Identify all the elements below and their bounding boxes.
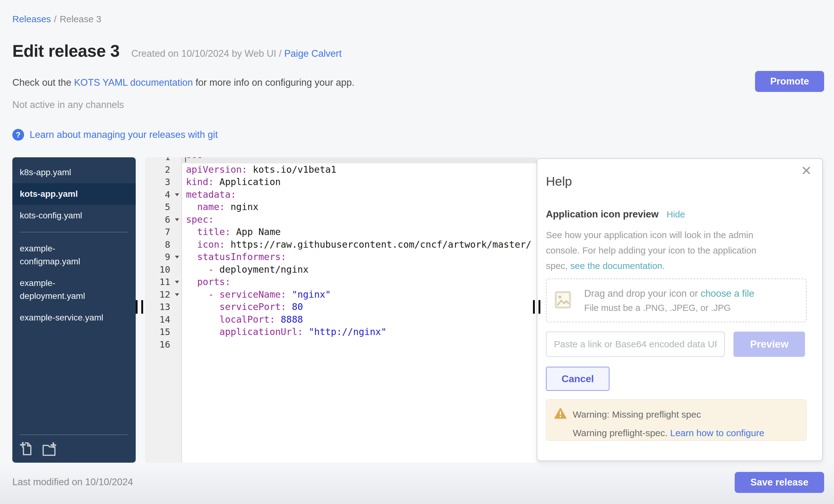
sidebar-file-kots-app.yaml[interactable]: kots-app.yaml	[12, 183, 136, 205]
code-content-1[interactable]: ---	[182, 157, 537, 163]
code-line-2[interactable]: 2apiVersion: kots.io/v1beta1	[145, 163, 537, 176]
breadcrumb-separator: /	[54, 14, 57, 24]
code-content-14[interactable]: localPort: 8888	[182, 313, 537, 326]
warning-triangle-icon	[554, 408, 567, 421]
created-author-link[interactable]: Paige Calvert	[284, 48, 342, 59]
breadcrumb-current: Release 3	[60, 14, 101, 24]
file-group-kots: k8s-app.yamlkots-app.yamlkots-config.yam…	[12, 162, 136, 226]
channel-status: Not active in any channels	[12, 99, 124, 110]
code-content-9[interactable]: statusInformers:	[182, 251, 537, 263]
doc-line-suffix: for more info on configuring your app.	[193, 77, 354, 88]
file-tree-sidebar: k8s-app.yamlkots-app.yamlkots-config.yam…	[12, 157, 136, 463]
code-line-13[interactable]: 13 servicePort: 80	[145, 301, 537, 313]
code-content-6[interactable]: spec:	[182, 214, 537, 226]
help-panel: ✕ Help Application icon preview Hide See…	[537, 158, 823, 461]
hide-section-link[interactable]: Hide	[666, 210, 685, 220]
code-content-10[interactable]: - deployment/nginx	[182, 263, 537, 276]
line-number-6[interactable]: 6	[145, 214, 182, 226]
last-modified-text: Last modified on 10/10/2024	[12, 477, 133, 488]
sidebar-resize-handle-bar-2[interactable]	[141, 300, 143, 314]
add-folder-icon[interactable]	[42, 442, 58, 456]
git-help-row: ? Learn about managing your releases wit…	[12, 129, 218, 141]
add-file-icon[interactable]	[20, 441, 34, 456]
line-number-9[interactable]: 9	[145, 251, 182, 263]
fold-arrow-icon[interactable]	[175, 293, 179, 296]
kots-yaml-doc-link[interactable]: KOTS YAML documentation	[74, 77, 193, 88]
help-resize-handle-bar-2[interactable]	[539, 300, 540, 314]
code-line-15[interactable]: 15 applicationUrl: "http://nginx"	[145, 326, 537, 338]
save-release-button[interactable]: Save release	[735, 472, 824, 493]
icon-dropzone[interactable]: Drag and drop your icon or choose a file…	[546, 279, 807, 322]
code-line-4[interactable]: 4metadata:	[145, 189, 537, 201]
preview-button[interactable]: Preview	[733, 332, 805, 357]
sidebar-resize-handle-bar-1[interactable]	[136, 300, 137, 314]
code-line-12[interactable]: 12 - serviceName: "nginx"	[145, 288, 537, 301]
code-line-8[interactable]: 8 icon: https://raw.githubusercontent.co…	[145, 238, 537, 251]
line-number-14: 14	[145, 313, 182, 326]
sidebar-file-example-configmap.yaml[interactable]: example-configmap.yaml	[12, 238, 136, 272]
fold-arrow-icon[interactable]	[175, 256, 179, 259]
dropzone-instruction: Drag and drop your icon or choose a file	[584, 288, 754, 299]
code-content-15[interactable]: applicationUrl: "http://nginx"	[182, 326, 537, 338]
code-line-5[interactable]: 5 name: nginx	[145, 201, 537, 214]
preflight-warning-box: Warning: Missing preflight spec Warning …	[546, 399, 807, 441]
line-number-5: 5	[145, 201, 182, 214]
choose-file-link[interactable]: choose a file	[700, 288, 754, 299]
text-cursor	[185, 157, 186, 162]
sidebar-file-kots-config.yaml[interactable]: kots-config.yaml	[12, 205, 136, 226]
code-line-10[interactable]: 10 - deployment/nginx	[145, 263, 537, 276]
promote-button[interactable]: Promote	[755, 71, 824, 92]
code-content-11[interactable]: ports:	[182, 276, 537, 288]
editor-rows: 1---2apiVersion: kots.io/v1beta13kind: A…	[145, 157, 537, 351]
code-content-7[interactable]: title: App Name	[182, 226, 537, 238]
yaml-code-editor[interactable]: 1---2apiVersion: kots.io/v1beta13kind: A…	[145, 157, 537, 463]
code-content-12[interactable]: - serviceName: "nginx"	[182, 288, 537, 301]
code-line-16[interactable]: 16	[145, 338, 537, 351]
help-panel-title: Help	[546, 174, 572, 189]
line-number-15: 15	[145, 326, 182, 338]
line-number-11[interactable]: 11	[145, 276, 182, 288]
file-group-divider	[20, 232, 128, 232]
see-documentation-link[interactable]: see the documentation	[570, 261, 662, 271]
title-row: Edit release 3 Created on 10/10/2024 by …	[12, 41, 342, 61]
image-placeholder-icon	[554, 291, 571, 310]
icon-preview-description-suffix: .	[662, 261, 665, 271]
code-content-4[interactable]: metadata:	[182, 189, 537, 201]
question-mark-icon: ?	[12, 129, 24, 141]
close-icon[interactable]: ✕	[801, 165, 812, 177]
fold-arrow-icon[interactable]	[175, 281, 179, 283]
code-content-3[interactable]: kind: Application	[182, 176, 537, 189]
git-releases-help-link[interactable]: Learn about managing your releases with …	[29, 129, 218, 140]
file-group-examples: example-configmap.yamlexample-deployment…	[12, 238, 136, 328]
breadcrumb-releases-link[interactable]: Releases	[12, 14, 51, 24]
help-resize-handle-bar-1[interactable]	[533, 300, 535, 314]
line-number-4[interactable]: 4	[145, 189, 182, 201]
code-line-11[interactable]: 11 ports:	[145, 276, 537, 288]
warning-title: Warning: Missing preflight spec	[573, 409, 701, 420]
sidebar-file-k8s-app.yaml[interactable]: k8s-app.yaml	[12, 162, 136, 183]
breadcrumb: Releases/Release 3	[12, 14, 102, 24]
code-content-2[interactable]: apiVersion: kots.io/v1beta1	[182, 163, 537, 176]
sidebar-file-example-service.yaml[interactable]: example-service.yaml	[12, 307, 136, 328]
sidebar-bottom-toolbar	[12, 435, 136, 463]
cancel-button[interactable]: Cancel	[546, 367, 610, 391]
line-number-12[interactable]: 12	[145, 288, 182, 301]
code-line-7[interactable]: 7 title: App Name	[145, 226, 537, 238]
code-content-8[interactable]: icon: https://raw.githubusercontent.com/…	[182, 238, 537, 251]
warning-detail: Warning preflight-spec. Learn how to con…	[573, 428, 798, 438]
code-content-5[interactable]: name: nginx	[182, 201, 537, 214]
line-number-2: 2	[145, 163, 182, 176]
code-line-6[interactable]: 6spec:	[145, 214, 537, 226]
code-line-14[interactable]: 14 localPort: 8888	[145, 313, 537, 326]
code-line-9[interactable]: 9 statusInformers:	[145, 251, 537, 263]
fold-arrow-icon[interactable]	[175, 218, 179, 221]
fold-arrow-icon[interactable]	[175, 193, 179, 196]
icon-url-input[interactable]	[546, 332, 725, 357]
code-line-1[interactable]: 1---	[145, 157, 537, 163]
code-line-3[interactable]: 3kind: Application	[145, 176, 537, 189]
learn-configure-link[interactable]: Learn how to configure	[670, 428, 764, 438]
line-number-7: 7	[145, 226, 182, 238]
code-content-16[interactable]	[182, 338, 537, 351]
sidebar-file-example-deployment.yaml[interactable]: example-deployment.yaml	[12, 272, 136, 307]
code-content-13[interactable]: servicePort: 80	[182, 301, 537, 313]
